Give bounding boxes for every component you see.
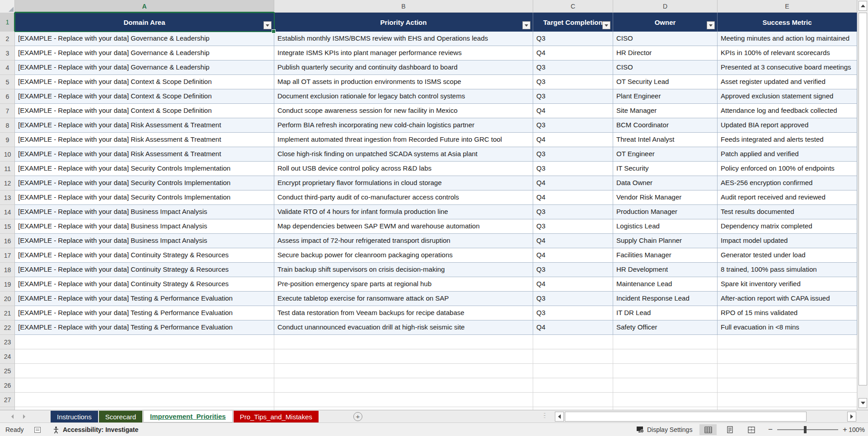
- table-cell[interactable]: [EXAMPLE - Replace with your data] Secur…: [15, 162, 274, 176]
- sheet-tab-instructions[interactable]: Instructions: [51, 411, 98, 422]
- table-cell[interactable]: Map dependencies between SAP EWM and war…: [274, 219, 533, 234]
- row-header-5[interactable]: 5: [0, 75, 15, 89]
- row-header-9[interactable]: 9: [0, 133, 15, 147]
- empty-cell[interactable]: [718, 364, 857, 378]
- table-cell[interactable]: Q3: [533, 306, 613, 320]
- column-header-A[interactable]: A: [15, 0, 274, 13]
- row-header-15[interactable]: 15: [0, 219, 15, 234]
- table-cell[interactable]: Q3: [533, 162, 613, 176]
- page-layout-view-button[interactable]: [721, 424, 738, 435]
- table-cell[interactable]: Q3: [533, 60, 613, 75]
- table-cell[interactable]: Logistics Lead: [613, 219, 718, 234]
- table-cell[interactable]: [EXAMPLE - Replace with your data] Conti…: [15, 263, 274, 277]
- table-cell[interactable]: Encrypt proprietary flavor formulations …: [274, 176, 533, 190]
- table-cell[interactable]: Q3: [533, 263, 613, 277]
- table-cell[interactable]: CISO: [613, 32, 718, 46]
- table-cell[interactable]: Conduct scope awareness session for new …: [274, 104, 533, 118]
- table-cell[interactable]: Safety Officer: [613, 320, 718, 335]
- empty-cell[interactable]: [613, 364, 718, 378]
- table-cell[interactable]: Validate RTO of 4 hours for infant formu…: [274, 205, 533, 219]
- table-cell[interactable]: Q4: [533, 234, 613, 248]
- table-cell[interactable]: [EXAMPLE - Replace with your data] Gover…: [15, 60, 274, 75]
- table-cell[interactable]: Q4: [533, 277, 613, 292]
- scroll-down-button[interactable]: [859, 398, 867, 408]
- table-cell[interactable]: Q4: [533, 320, 613, 335]
- row-header-4[interactable]: 4: [0, 60, 15, 75]
- table-cell[interactable]: Attendance log and feedback collected: [718, 104, 857, 118]
- table-cell[interactable]: Implement automated threat ingestion fro…: [274, 133, 533, 147]
- table-cell[interactable]: Patch applied and verified: [718, 147, 857, 162]
- zoom-out-button[interactable]: −: [767, 425, 774, 434]
- table-cell[interactable]: CISO: [613, 60, 718, 75]
- filter-dropdown-button[interactable]: [263, 21, 272, 29]
- table-cell[interactable]: Q4: [533, 133, 613, 147]
- filter-dropdown-button[interactable]: [602, 21, 610, 29]
- table-cell[interactable]: [EXAMPLE - Replace with your data] Gover…: [15, 32, 274, 46]
- table-header-cell[interactable]: Success Metric: [718, 13, 857, 32]
- table-cell[interactable]: Impact model updated: [718, 234, 857, 248]
- row-header-21[interactable]: 21: [0, 306, 15, 320]
- table-cell[interactable]: [EXAMPLE - Replace with your data] Conte…: [15, 89, 274, 104]
- table-cell[interactable]: Conduct unannounced evacuation drill at …: [274, 320, 533, 335]
- horizontal-scroll-thumb[interactable]: [565, 412, 807, 422]
- table-header-cell[interactable]: Priority Action: [274, 13, 533, 32]
- table-cell[interactable]: IT DR Lead: [613, 306, 718, 320]
- table-header-cell[interactable]: Owner: [613, 13, 718, 32]
- table-cell[interactable]: [EXAMPLE - Replace with your data] Conte…: [15, 104, 274, 118]
- table-cell[interactable]: After-action report with CAPA issued: [718, 292, 857, 306]
- select-all-button[interactable]: [0, 0, 15, 13]
- empty-cell[interactable]: [718, 335, 857, 349]
- empty-cell[interactable]: [613, 335, 718, 349]
- table-cell[interactable]: Policy enforced on 100% of endpoints: [718, 162, 857, 176]
- row-header-17[interactable]: 17: [0, 248, 15, 263]
- row-header-6[interactable]: 6: [0, 89, 15, 104]
- table-cell[interactable]: Q3: [533, 219, 613, 234]
- table-cell[interactable]: Audit report received and reviewed: [718, 190, 857, 205]
- horizontal-scrollbar[interactable]: [565, 412, 846, 422]
- table-cell[interactable]: Spare kit inventory verified: [718, 277, 857, 292]
- table-cell[interactable]: Publish quarterly security and continuit…: [274, 60, 533, 75]
- table-cell[interactable]: Generator tested under load: [718, 248, 857, 263]
- empty-cell[interactable]: [613, 393, 718, 407]
- sheet-tab-scorecard[interactable]: Scorecard: [99, 411, 142, 422]
- table-cell[interactable]: [EXAMPLE - Replace with your data] Conti…: [15, 248, 274, 263]
- table-cell[interactable]: Document exclusion rationale for legacy …: [274, 89, 533, 104]
- table-cell[interactable]: Threat Intel Analyst: [613, 133, 718, 147]
- empty-cell[interactable]: [274, 335, 533, 349]
- empty-cell[interactable]: [15, 393, 274, 407]
- table-cell[interactable]: HR Development: [613, 263, 718, 277]
- table-cell[interactable]: Q4: [533, 190, 613, 205]
- empty-cell[interactable]: [15, 364, 274, 378]
- table-cell[interactable]: Full evacuation in <8 mins: [718, 320, 857, 335]
- sheet-tab-pro_tips_and_mistakes[interactable]: Pro_Tips_and_Mistakes: [234, 411, 319, 422]
- table-cell[interactable]: HR Director: [613, 46, 718, 60]
- table-cell[interactable]: [EXAMPLE - Replace with your data] Conte…: [15, 75, 274, 89]
- empty-cell[interactable]: [533, 349, 613, 364]
- empty-cell[interactable]: [533, 335, 613, 349]
- empty-cell[interactable]: [274, 364, 533, 378]
- table-cell[interactable]: Q3: [533, 292, 613, 306]
- tab-scroll-right-button[interactable]: [21, 413, 27, 420]
- table-cell[interactable]: Train backup shift supervisors on crisis…: [274, 263, 533, 277]
- empty-cell[interactable]: [15, 378, 274, 393]
- page-break-preview-button[interactable]: [743, 424, 760, 435]
- record-macro-button[interactable]: [34, 423, 41, 436]
- table-cell[interactable]: [EXAMPLE - Replace with your data] Testi…: [15, 320, 274, 335]
- tab-scroll-left-button[interactable]: [9, 413, 15, 420]
- table-cell[interactable]: KPIs in 100% of relevant scorecards: [718, 46, 857, 60]
- row-header-8[interactable]: 8: [0, 118, 15, 133]
- table-cell[interactable]: Site Manager: [613, 104, 718, 118]
- add-sheet-button[interactable]: +: [353, 412, 362, 421]
- row-header-14[interactable]: 14: [0, 205, 15, 219]
- empty-cell[interactable]: [274, 378, 533, 393]
- table-cell[interactable]: Q4: [533, 46, 613, 60]
- row-header-27[interactable]: 27: [0, 393, 15, 407]
- row-header-26[interactable]: 26: [0, 378, 15, 393]
- empty-cell[interactable]: [718, 393, 857, 407]
- row-header-11[interactable]: 11: [0, 162, 15, 176]
- column-header-C[interactable]: C: [533, 0, 613, 13]
- table-cell[interactable]: BCM Coordinator: [613, 118, 718, 133]
- table-cell[interactable]: [EXAMPLE - Replace with your data] Busin…: [15, 219, 274, 234]
- empty-cell[interactable]: [274, 393, 533, 407]
- table-cell[interactable]: Vendor Risk Manager: [613, 190, 718, 205]
